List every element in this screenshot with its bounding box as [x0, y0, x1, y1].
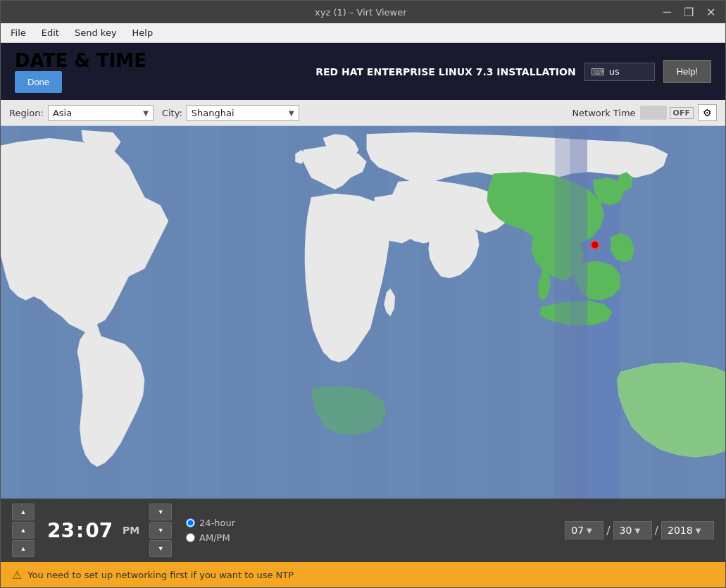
toggle-off-label: OFF — [670, 107, 694, 119]
city-group: City: Shanghai ▼ — [162, 105, 299, 121]
hour-down-btn[interactable]: ▼ — [149, 503, 172, 520]
svg-rect-7 — [154, 126, 187, 499]
location-pin[interactable] — [591, 241, 599, 249]
menu-edit[interactable]: Edit — [35, 25, 66, 41]
main-content: DATE & TIME Done RED HAT ENTERPRISE LINU… — [1, 43, 725, 587]
region-value: Asia — [53, 108, 140, 118]
title-bar: xyz (1) – Virt Viewer ─ ❐ ✕ — [1, 1, 725, 23]
second-down-btn[interactable]: ▼ — [149, 540, 172, 557]
svg-rect-8 — [187, 126, 220, 499]
month-select[interactable]: 07▼ — [565, 521, 603, 539]
network-time-group: Network Time OFF — [572, 104, 717, 121]
network-settings-button[interactable] — [698, 104, 717, 121]
app-title: RED HAT ENTERPRISE LINUX 7.3 INSTALLATIO… — [315, 66, 576, 77]
second-up-btn[interactable]: ▲ — [12, 540, 35, 557]
keyboard-lang-label: us — [609, 66, 620, 77]
title-bar-controls: ─ ❐ ✕ — [659, 4, 720, 20]
help-button[interactable]: Help! — [663, 60, 711, 83]
year-select[interactable]: 2018▼ — [661, 521, 714, 539]
header-left: DATE & TIME Done — [15, 50, 146, 93]
city-select[interactable]: Shanghai ▼ — [187, 105, 299, 121]
svg-rect-9 — [220, 126, 254, 499]
keyboard-icon: ⌨ — [591, 66, 605, 77]
region-select[interactable]: Asia ▼ — [48, 105, 154, 121]
world-map[interactable] — [1, 126, 725, 499]
menu-bar: File Edit Send key Help — [1, 23, 725, 43]
city-label: City: — [162, 108, 182, 118]
warning-bar: ⚠ You need to set up networking first if… — [1, 562, 725, 587]
maximize-button[interactable]: ❐ — [680, 4, 698, 20]
svg-rect-16 — [453, 126, 487, 499]
network-time-toggle[interactable]: OFF — [640, 106, 694, 120]
page-title: DATE & TIME — [15, 50, 146, 71]
warning-icon: ⚠ — [12, 568, 22, 582]
menu-file[interactable]: File — [4, 25, 33, 41]
warning-text: You need to set up networking first if y… — [27, 570, 294, 580]
svg-rect-10 — [254, 126, 287, 499]
header-right: RED HAT ENTERPRISE LINUX 7.3 INSTALLATIO… — [315, 60, 711, 83]
minute-down-btn[interactable]: ▼ — [149, 522, 172, 539]
network-time-label: Network Time — [572, 108, 635, 118]
gear-icon — [703, 107, 712, 118]
hour-up-btn[interactable]: ▲ — [12, 503, 35, 520]
day-select[interactable]: 30▼ — [613, 521, 652, 539]
time-controls: ▲▲▲23:07 PM▼▼▼24-hourAM/PM07▼/30▼/2018▼ — [1, 499, 725, 562]
done-button[interactable]: Done — [15, 71, 62, 93]
region-dropdown-arrow: ▼ — [143, 109, 149, 117]
menu-sendkey[interactable]: Send key — [68, 25, 124, 41]
city-dropdown-arrow: ▼ — [289, 109, 294, 117]
map-svg — [1, 126, 725, 499]
window-title: xyz (1) – Virt Viewer — [63, 7, 659, 18]
ampm-options: 24-hourAM/PM — [186, 518, 235, 543]
minute-up-btn[interactable]: ▲ — [12, 522, 35, 539]
menu-help[interactable]: Help — [125, 25, 161, 41]
region-group: Region: Asia ▼ — [9, 105, 154, 121]
toggle-track — [640, 106, 667, 120]
app-window: xyz (1) – Virt Viewer ─ ❐ ✕ File Edit Se… — [0, 0, 726, 588]
region-label: Region: — [9, 108, 44, 118]
time-display: 23:07 PM — [47, 519, 139, 542]
page-header: DATE & TIME Done RED HAT ENTERPRISE LINU… — [1, 43, 725, 100]
toolbar: Region: Asia ▼ City: Shanghai ▼ Network … — [1, 100, 725, 126]
city-value: Shanghai — [192, 108, 286, 118]
minimize-button[interactable]: ─ — [659, 4, 675, 20]
keyboard-layout-selector[interactable]: ⌨ us — [584, 63, 655, 81]
close-button[interactable]: ✕ — [702, 4, 720, 20]
